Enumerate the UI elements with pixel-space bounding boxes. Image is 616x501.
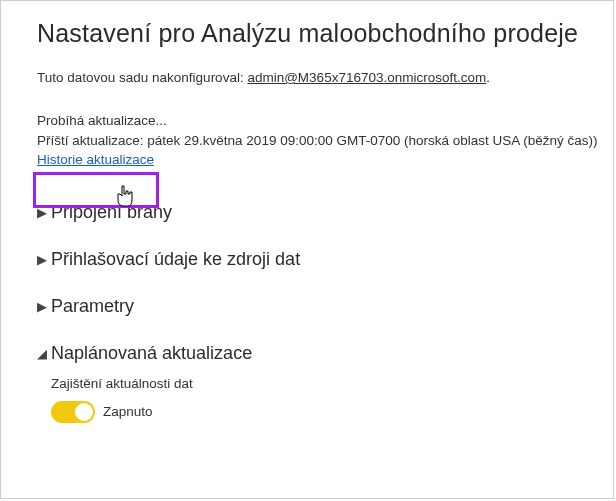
keep-data-updated-label: Zajištění aktuálnosti dat [51, 376, 613, 391]
caret-right-icon: ▶ [37, 299, 49, 314]
section-gateway-connection[interactable]: ▶ Připojení brány [37, 202, 613, 223]
configured-by-prefix: Tuto datovou sadu nakonfiguroval: [37, 70, 247, 85]
section-credentials-label: Přihlašovací údaje ke zdroji dat [51, 249, 300, 270]
page-title: Nastavení pro Analýzu maloobchodního pro… [37, 19, 613, 48]
refresh-in-progress-text: Probíhá aktualizace... [37, 111, 613, 131]
section-gateway-label: Připojení brány [51, 202, 172, 223]
caret-down-icon: ◢ [37, 346, 49, 361]
next-refresh-text: Příští aktualizace: pátek 29.května 2019… [37, 131, 613, 151]
caret-right-icon: ▶ [37, 205, 49, 220]
configured-by-suffix: . [486, 70, 490, 85]
section-scheduled-refresh[interactable]: ◢ Naplánovaná aktualizace [37, 343, 613, 364]
caret-right-icon: ▶ [37, 252, 49, 267]
admin-email-link[interactable]: admin@M365x716703.onmicrosoft.com [247, 70, 486, 85]
refresh-status-block: Probíhá aktualizace... Příští aktualizac… [37, 111, 613, 170]
toggle-knob [75, 403, 93, 421]
scheduled-refresh-content: Zajištění aktuálnosti dat Zapnuto [51, 376, 613, 423]
section-parameters[interactable]: ▶ Parametry [37, 296, 613, 317]
refresh-history-link[interactable]: Historie aktualizace [37, 150, 154, 170]
section-scheduled-label: Naplánovaná aktualizace [51, 343, 252, 364]
configured-by-line: Tuto datovou sadu nakonfiguroval: admin@… [37, 70, 613, 85]
section-data-source-credentials[interactable]: ▶ Přihlašovací údaje ke zdroji dat [37, 249, 613, 270]
section-parameters-label: Parametry [51, 296, 134, 317]
keep-data-updated-toggle[interactable] [51, 401, 95, 423]
toggle-state-label: Zapnuto [103, 404, 153, 419]
